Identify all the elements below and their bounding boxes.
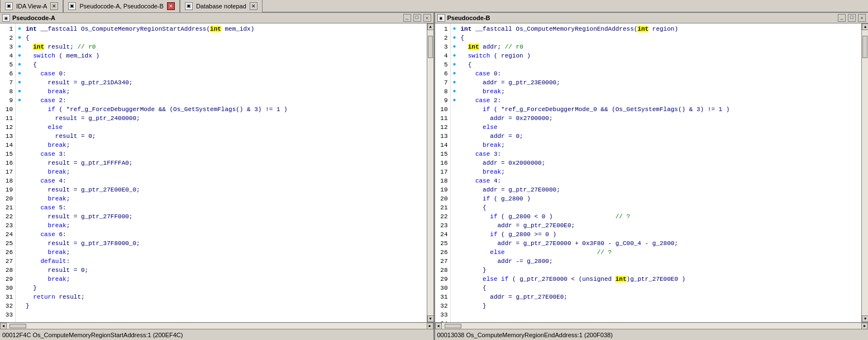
code-line[interactable]: case 2: [461,96,860,105]
code-line[interactable]: break; [26,221,425,230]
code-line[interactable]: break; [26,194,425,203]
code-line[interactable]: break; [26,275,425,284]
code-line[interactable]: { [26,33,425,42]
code-line[interactable]: case 2: [26,96,425,105]
code-line[interactable]: result = g_ptr_27FF000; [26,212,425,221]
code-line[interactable]: case 4: [26,176,425,185]
code-line[interactable]: case 0: [461,69,860,78]
code-line[interactable]: int result; // r0 [26,42,425,51]
code-line[interactable]: addr = 0; [461,132,860,141]
panel-b-scroll-h-thumb[interactable] [445,324,461,328]
dot-indicator: ● [451,69,459,78]
code-line[interactable]: if ( *ref_g_ForceDebuggerMode && (Os_Get… [26,105,425,114]
panel-a-maximize-btn[interactable]: □ [413,14,421,22]
code-line[interactable]: break; [461,87,860,96]
panel-b-scroll-thumb[interactable] [862,36,867,58]
tab-pseudo-close-icon[interactable]: ✕ [167,2,175,10]
code-line[interactable]: else if ( g_ptr_27E0000 < (unsigned int)… [461,275,860,284]
code-line[interactable]: switch ( region ) [461,51,860,60]
code-line[interactable]: break; [26,248,425,257]
code-line[interactable]: if ( g_2800 >= 0 ) [461,230,860,239]
code-line[interactable]: addr = g_ptr_27E0000; [461,185,860,194]
code-line[interactable]: case 3: [26,150,425,159]
tab-db-notepad[interactable]: ▣ Database notepad ✕ [180,0,263,12]
code-line[interactable]: } [461,301,860,310]
panel-b-maximize-btn[interactable]: □ [848,14,856,22]
code-line[interactable]: if ( g_2800 < 0 ) // ? [461,212,860,221]
panel-a-close-btn[interactable]: ✕ [423,14,431,22]
panel-a-scroll-down-btn[interactable]: ▼ [427,315,433,322]
panel-a-scroll-up-btn[interactable]: ▲ [427,23,433,30]
tab-db-close[interactable]: ✕ [250,2,257,10]
code-line[interactable]: result = g_ptr_1FFFFA0; [26,159,425,167]
panel-b-scrollbar-h[interactable]: ◄ ► [435,322,869,329]
code-line[interactable]: { [461,33,860,42]
code-line[interactable]: default: [26,257,425,266]
code-line[interactable]: result = g_ptr_21DA340; [26,78,425,87]
code-line[interactable]: break; [26,167,425,176]
line-number: 6 [2,69,13,78]
code-line[interactable]: result = g_ptr_27E00E0_0; [26,185,425,194]
code-line[interactable]: case 0: [26,69,425,78]
code-line[interactable]: else [26,123,425,132]
panel-b-scrollbar-v[interactable]: ▲ ▼ [861,23,868,322]
code-line[interactable]: addr -= g_2800; [461,257,860,266]
code-line[interactable]: if ( g_2800 ) [461,194,860,203]
panel-b-code-lines[interactable]: int __fastcall Os_ComputeMemoryRegionEnd… [459,23,862,322]
code-line[interactable]: addr = 0x2000000; [461,159,860,167]
code-line[interactable]: break; [461,167,860,176]
code-line[interactable]: result = 0; [26,266,425,275]
panel-a-scroll-h-thumb[interactable] [9,324,26,328]
panel-b-scroll-down-btn[interactable]: ▼ [862,315,868,322]
code-line[interactable]: { [461,284,860,293]
code-line[interactable]: } [26,284,425,293]
panel-a-code-lines[interactable]: int __fastcall Os_ComputeMemoryRegionSta… [23,23,427,322]
tab-pseudocode-ab[interactable]: ▣ Pseudocode-A, Pseudocode-B ✕ [63,0,179,12]
code-line[interactable]: } [461,266,860,275]
code-line[interactable]: result = g_ptr_2400000; [26,114,425,123]
code-line[interactable]: else [461,123,860,132]
panel-a-scroll-right-btn[interactable]: ► [427,323,433,329]
code-line[interactable]: int __fastcall Os_ComputeMemoryRegionSta… [26,25,425,33]
code-line[interactable]: break; [26,141,425,150]
panel-b-scroll-right-btn[interactable]: ► [861,323,868,329]
line-number: 23 [2,221,13,230]
panel-a-line-numbers: 1234567891011121314151617181920212223242… [0,23,16,322]
code-line[interactable]: addr = g_ptr_27E00E0; [461,293,860,301]
panel-b-scroll-left-btn[interactable]: ◄ [435,323,442,329]
panel-a-code-area: 1234567891011121314151617181920212223242… [0,23,433,340]
dot-indicator: ● [451,33,459,42]
code-line[interactable]: result = g_ptr_37F8000_0; [26,239,425,248]
code-line[interactable]: int addr; // r0 [461,42,860,51]
tab-ida-view-a[interactable]: ▣ IDA View-A ✕ [0,0,63,12]
code-line[interactable]: case 4: [461,176,860,185]
code-line[interactable]: result = 0; [26,132,425,141]
panel-a-scrollbar-h[interactable]: ◄ ► [0,322,433,329]
code-line[interactable]: addr = g_ptr_23E0000; [461,78,860,87]
code-line[interactable]: } [26,301,425,310]
code-line[interactable]: break; [26,87,425,96]
code-line[interactable]: addr = g_ptr_27E0000 + 0x3F80 - g_C00_4 … [461,239,860,248]
code-line[interactable]: { [461,60,860,69]
code-line[interactable]: if ( *ref_g_ForceDebuggerMode_0 && (Os_G… [461,105,860,114]
code-line[interactable]: break; [461,141,860,150]
code-line[interactable]: case 6: [26,230,425,239]
panel-b-close-btn[interactable]: ✕ [858,14,866,22]
code-line[interactable]: { [26,60,425,69]
code-line[interactable]: addr = g_ptr_27E00E0; [461,221,860,230]
panel-a-scrollbar-v[interactable]: ▲ ▼ [427,23,433,322]
code-line[interactable]: { [461,203,860,212]
panel-b-scroll-up-btn[interactable]: ▲ [862,23,868,30]
panel-b-minimize-btn[interactable]: _ [838,14,846,22]
code-line[interactable]: switch ( mem_idx ) [26,51,425,60]
code-line[interactable]: case 5: [26,203,425,212]
code-line[interactable]: return result; [26,293,425,301]
code-line[interactable]: int __fastcall Os_ComputeMemoryRegionEnd… [461,25,860,33]
tab-ida-close[interactable]: ✕ [50,2,58,10]
code-line[interactable]: addr = 0x2700000; [461,114,860,123]
panel-a-scroll-thumb[interactable] [428,36,433,58]
code-line[interactable]: else // ? [461,248,860,257]
panel-a-scroll-left-btn[interactable]: ◄ [0,323,7,329]
panel-a-minimize-btn[interactable]: _ [403,14,411,22]
code-line[interactable]: case 3: [461,150,860,159]
